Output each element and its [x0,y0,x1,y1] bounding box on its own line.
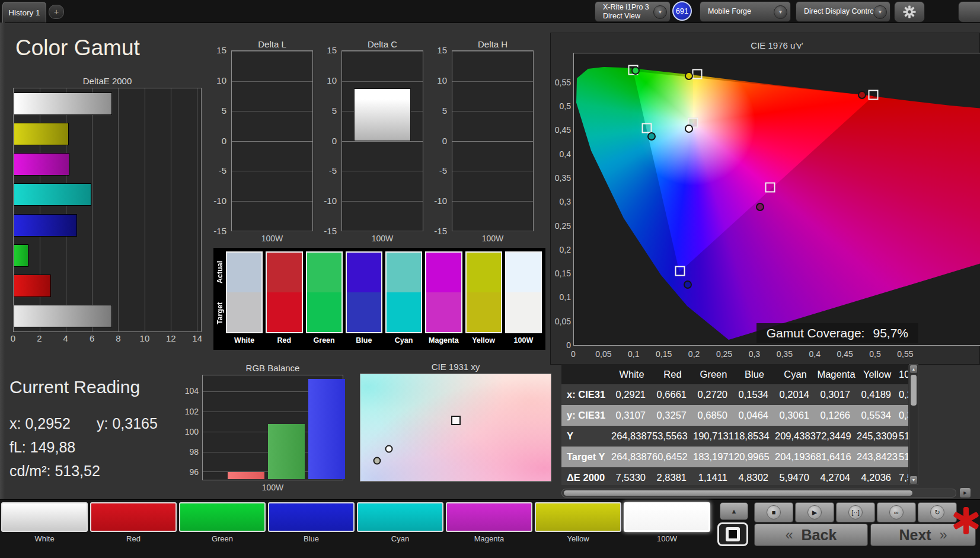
meter-status-stripe [596,4,599,20]
deltae-bar-yellow [14,123,69,145]
xy-measured-dot [374,457,381,465]
table-row: y: CIE310,31070,32570,68500,04640,30610,… [561,405,908,426]
patch-button-magenta[interactable]: Magenta [446,502,532,543]
panel-edge [0,23,5,558]
chevron-down-icon: ▼ [653,5,667,19]
table-header-100w: 100W [898,369,908,380]
cell: 18,8534 [734,431,775,442]
alert-asterisk-icon[interactable] [952,507,979,534]
partial-toolbar-button[interactable] [958,1,980,23]
swatch-target [426,292,461,332]
patch-window-button[interactable] [717,522,748,546]
cell: 0,4189 [857,389,898,400]
play-button[interactable]: ▶ [795,502,834,522]
cell: 53,5563 [652,431,693,442]
table-vertical-scrollbar[interactable]: ▲ ▼ [909,364,918,485]
cell: 81,6416 [816,451,857,463]
continuous-button[interactable]: ∞ [877,502,916,522]
cie-xtick: 0,2 [688,349,700,359]
cie-ytick: 0,55 [545,78,571,87]
patch-button-100w[interactable]: 100W [624,502,710,543]
add-tab-button[interactable]: + [49,5,64,19]
swatch-column-white: White [226,251,263,349]
delta-ytick: 15 [410,45,447,55]
delta-ytick: -15 [300,226,337,236]
table-horizontal-scrollbar[interactable] [561,489,956,498]
cell: 190,7131 [693,431,734,442]
stop-button[interactable]: ■ [754,502,793,522]
swatch-target [387,292,421,332]
cie-ytick: 0,4 [545,149,571,159]
rgb-ytick: 98 [175,447,199,457]
cell: 0,1266 [816,410,857,421]
current-reading-title: Current Reading [9,377,140,397]
swatch-label: White [226,336,263,345]
table-row: Y264,838753,5563190,713118,8534209,43837… [561,426,908,447]
swatch-compare-panel: Actual Target WhiteRedGreenBlueCyanMagen… [213,248,545,350]
cie-measured-green [631,66,640,75]
swatch-label: Blue [346,336,382,345]
scroll-right-icon[interactable]: ► [960,488,971,498]
next-label: Next [899,527,931,544]
patch-color [446,502,532,532]
delta-h-chart [452,50,534,231]
swatch-column-cyan: Cyan [385,251,422,349]
cie-measured-red [858,91,866,99]
workflow-name: Mobile Forge [708,7,772,16]
step-icon: [··] [848,505,863,519]
swatch-target [467,292,501,332]
patch-button-green[interactable]: Green [179,502,266,543]
continuous-icon: ∞ [889,505,904,519]
meter-dropdown[interactable]: X-Rite i1Pro 3 Direct View ▼ [595,1,671,22]
deltae-bar-cyan [14,183,91,206]
swatch-actual [426,253,461,292]
stop-icon: ■ [767,505,781,519]
play-icon: ▶ [807,505,822,519]
cell: 0,3061 [775,410,816,421]
scroll-down-icon[interactable]: ▼ [910,476,917,484]
collapse-button[interactable]: ▲ [720,502,748,520]
patch-button-cyan[interactable]: Cyan [357,502,443,543]
patch-button-yellow[interactable]: Yellow [535,502,621,543]
patch-window-icon [726,527,740,541]
patch-color [357,502,443,532]
workflow-dropdown[interactable]: Mobile Forge ▼ [700,1,791,22]
cie-ytick: 0 [545,340,571,350]
scroll-up-icon[interactable]: ▲ [910,365,917,373]
settings-button[interactable] [894,1,925,23]
step-button[interactable]: [··] [836,502,875,522]
swatch-label: Magenta [425,336,462,345]
patch-button-blue[interactable]: Blue [268,502,355,543]
delta-ytick: -15 [410,226,447,236]
cie-target-magenta [765,183,775,193]
cell: 0,5534 [857,410,898,421]
patch-color [179,502,266,532]
cell: 0,3017 [816,389,857,400]
patch-button-white[interactable]: White [1,502,88,543]
swatch-column-green: Green [306,251,343,349]
gridline [452,171,533,171]
scrollbar-thumb[interactable] [911,375,917,406]
loop-button[interactable]: ↻ [918,502,957,522]
cell: 20,9965 [734,451,775,463]
cell: 0,3 [898,410,908,421]
deltae-chart-title: DeltaE 2000 [13,76,202,86]
patch-button-red[interactable]: Red [90,502,177,543]
cell: 4,2704 [816,472,857,483]
cell: 0,1534 [734,389,775,400]
patch-label: Cyan [357,534,443,543]
deltae-xtick: 6 [90,333,94,343]
device-dropdown[interactable]: Direct Display Control ▼ [796,1,890,22]
cie-target-red [869,90,879,100]
gamut-coverage-label: Gamut Coverage: [767,326,865,340]
scrollbar-thumb[interactable] [564,490,912,496]
page-title: Color Gamut [15,36,140,60]
back-button[interactable]: « Back [754,524,868,546]
tab-history-1[interactable]: History 1 [2,2,46,23]
swatch-column-yellow: Yellow [465,251,502,349]
patch-label: Magenta [446,534,532,543]
swatch-column-red: Red [266,251,302,349]
rgb-bar-blue [308,379,345,479]
deltae-bar-row [14,301,201,331]
delta-ytick: -15 [190,226,226,236]
